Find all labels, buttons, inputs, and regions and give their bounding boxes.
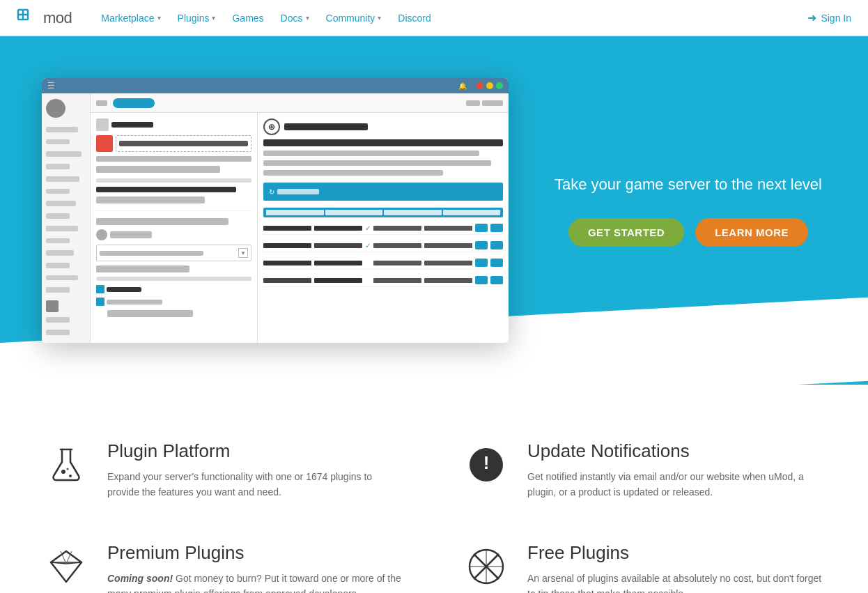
svg-point-6	[67, 468, 69, 470]
nav-discord[interactable]: Discord	[391, 8, 437, 28]
nav-links: Marketplace ▾ Plugins ▾ Games Docs ▾ Com…	[94, 8, 807, 28]
svg-point-5	[69, 475, 72, 477]
features-section: Plugin Platform Expand your server's fun…	[0, 385, 868, 593]
chevron-down-icon: ▾	[378, 14, 381, 22]
hero-screenshot: ☰ 🔔	[42, 78, 509, 343]
bell-icon: !	[462, 440, 511, 489]
logo-text: mod	[43, 9, 72, 27]
navbar: mod Marketplace ▾ Plugins ▾ Games Docs ▾…	[0, 0, 868, 36]
nav-plugins[interactable]: Plugins ▾	[171, 8, 223, 28]
nav-right: ➜ Sign In	[807, 11, 851, 24]
svg-text:!: !	[483, 452, 490, 473]
feature-update-notifications: ! Update Notifications Get notified inst…	[462, 440, 826, 500]
nav-marketplace[interactable]: Marketplace ▾	[94, 8, 167, 28]
flask-icon	[42, 440, 91, 489]
feature-update-notifications-desc: Get notified instantly via email and/or …	[527, 469, 826, 500]
feature-plugin-platform-title: Plugin Platform	[107, 440, 406, 462]
diamond-icon	[42, 542, 91, 591]
svg-point-4	[61, 470, 65, 474]
feature-premium-plugins: Premium Plugins Coming soon! Got money t…	[42, 542, 406, 593]
feature-plugin-platform: Plugin Platform Expand your server's fun…	[42, 440, 406, 500]
hero-section: ☰ 🔔	[0, 36, 868, 385]
dollar-icon	[462, 542, 511, 591]
logo[interactable]: mod	[17, 8, 72, 28]
feature-update-notifications-text: Update Notifications Get notified instan…	[527, 440, 826, 500]
feature-update-notifications-title: Update Notifications	[527, 440, 826, 462]
nav-community[interactable]: Community ▾	[319, 8, 389, 28]
chevron-down-icon: ▾	[212, 14, 215, 22]
hero-content: Take your game server to the next level …	[509, 174, 826, 247]
sign-in-icon: ➜	[807, 11, 816, 24]
svg-marker-9	[51, 551, 82, 582]
sign-in-button[interactable]: ➜ Sign In	[807, 11, 851, 24]
nav-docs[interactable]: Docs ▾	[274, 8, 316, 28]
chevron-down-icon: ▾	[306, 14, 309, 22]
hero-buttons: GET STARTED LEARN MORE	[568, 218, 808, 247]
chevron-down-icon: ▾	[157, 14, 161, 22]
hero-tagline: Take your game server to the next level	[555, 174, 822, 196]
feature-premium-plugins-text: Premium Plugins Coming soon! Got money t…	[107, 542, 406, 593]
feature-free-plugins-title: Free Plugins	[527, 542, 826, 564]
get-started-button[interactable]: GET STARTED	[568, 218, 684, 247]
feature-premium-plugins-desc: Coming soon! Got money to burn? Put it t…	[107, 571, 406, 593]
feature-free-plugins: Free Plugins An arsenal of plugins avail…	[462, 542, 826, 593]
feature-plugin-platform-text: Plugin Platform Expand your server's fun…	[107, 440, 406, 500]
feature-plugin-platform-desc: Expand your server's functionality with …	[107, 469, 406, 500]
feature-free-plugins-text: Free Plugins An arsenal of plugins avail…	[527, 542, 826, 593]
nav-games[interactable]: Games	[225, 8, 270, 28]
feature-free-plugins-desc: An arsenal of plugins available at absol…	[527, 571, 826, 593]
feature-premium-plugins-title: Premium Plugins	[107, 542, 406, 564]
learn-more-button[interactable]: LEARN MORE	[695, 218, 808, 247]
